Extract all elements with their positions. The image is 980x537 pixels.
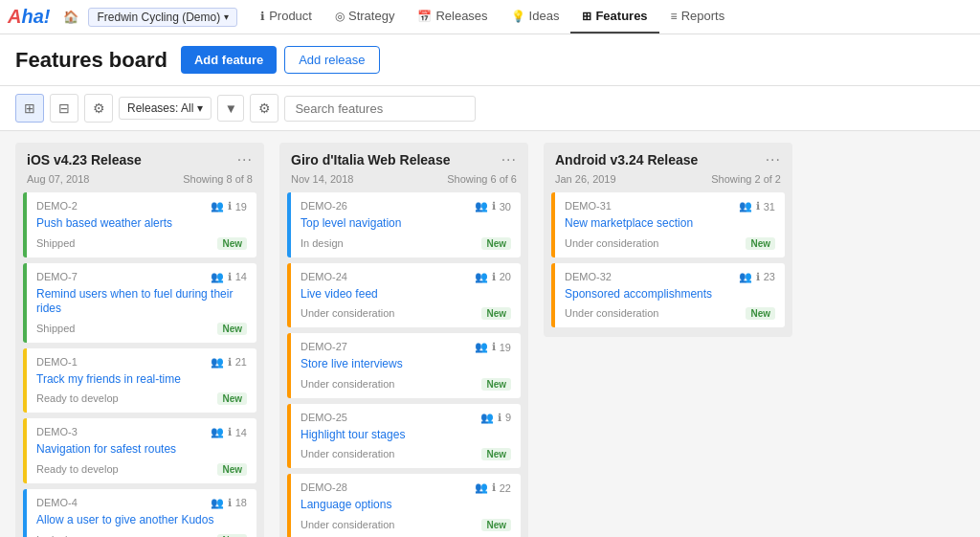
- home-button[interactable]: 🏠: [57, 4, 84, 31]
- column-header: Giro d'Italia Web Release ···: [279, 143, 528, 173]
- workspace-selector[interactable]: Fredwin Cycling (Demo) ▾: [88, 8, 237, 27]
- workspace-label: Fredwin Cycling (Demo): [97, 11, 220, 24]
- card-score: 19: [500, 342, 511, 353]
- info-icon: ℹ: [228, 356, 232, 369]
- status-badge: New: [481, 519, 511, 531]
- info-icon: ℹ: [228, 497, 232, 509]
- card-id: DEMO-27: [301, 341, 347, 352]
- card-id: DEMO-3: [36, 426, 78, 437]
- nav-item-reports[interactable]: ≡ Reports: [659, 0, 737, 34]
- card-id: DEMO-28: [301, 481, 347, 493]
- card-status: Under consideration: [301, 307, 394, 320]
- reports-icon: ≡: [671, 10, 678, 23]
- card-status: Ready to develop: [36, 463, 119, 476]
- info-icon: ℹ: [756, 200, 760, 213]
- card-title[interactable]: Allow a user to give another Kudos: [36, 513, 247, 528]
- card-score: 14: [235, 271, 247, 282]
- card-title[interactable]: Highlight tour stages: [301, 428, 511, 443]
- chevron-down-icon: ▾: [197, 101, 203, 115]
- column-header: Android v3.24 Release ···: [544, 143, 792, 173]
- toolbar: ⊞ ⊟ ⚙ Releases: All ▾ ▼ ⚙: [0, 86, 980, 131]
- card-title[interactable]: Track my friends in real-time: [36, 372, 247, 388]
- card-id: DEMO-24: [301, 271, 347, 282]
- status-badge: New: [217, 392, 247, 405]
- status-badge: New: [217, 237, 247, 250]
- card-title[interactable]: Navigation for safest routes: [36, 442, 247, 458]
- column-header: iOS v4.23 Release ···: [15, 143, 264, 173]
- people-icon: 👥: [475, 271, 488, 283]
- card-title[interactable]: Live video feed: [301, 287, 511, 302]
- nav-item-strategy[interactable]: ◎ Strategy: [323, 0, 406, 34]
- grid-view-button[interactable]: ⊟: [50, 94, 78, 123]
- add-release-button[interactable]: Add release: [284, 46, 379, 74]
- column-menu-button[interactable]: ···: [766, 152, 781, 168]
- nav-item-ideas[interactable]: 💡 Ideas: [500, 0, 571, 34]
- filter-button[interactable]: ▼: [217, 95, 244, 122]
- nav-item-releases[interactable]: 📅 Releases: [406, 0, 499, 34]
- info-icon: ℹ: [498, 412, 501, 424]
- column-col-android: Android v3.24 Release ··· Jan 26, 2019 S…: [544, 143, 792, 337]
- card-id: DEMO-1: [36, 356, 78, 368]
- column-date: Nov 14, 2018: [291, 173, 353, 185]
- product-icon: ℹ: [260, 10, 265, 23]
- card-id: DEMO-4: [36, 497, 78, 508]
- card-score: 14: [235, 427, 247, 438]
- customize-button[interactable]: ⚙: [250, 94, 278, 123]
- card-title[interactable]: Store live interviews: [301, 357, 511, 372]
- table-row: DEMO-3 👥 ℹ 14 Navigation for safest rout…: [23, 418, 256, 483]
- info-icon: ℹ: [228, 426, 232, 438]
- card-status: Under consideration: [301, 519, 394, 531]
- card-id: DEMO-7: [36, 271, 78, 282]
- card-status: Under consideration: [565, 307, 658, 320]
- info-icon: ℹ: [492, 200, 496, 213]
- info-icon: ℹ: [756, 271, 760, 283]
- people-icon: 👥: [475, 481, 488, 494]
- releases-icon: 📅: [417, 10, 432, 23]
- releases-filter-label: Releases: All: [127, 101, 193, 115]
- settings-button[interactable]: ⚙: [84, 94, 113, 123]
- people-icon: 👥: [480, 412, 494, 424]
- card-title[interactable]: Top level navigation: [301, 216, 511, 232]
- column-col-giro: Giro d'Italia Web Release ··· Nov 14, 20…: [279, 143, 528, 537]
- card-status: Under consideration: [301, 378, 394, 391]
- chevron-down-icon: ▾: [224, 11, 229, 22]
- card-status: In design: [36, 534, 79, 537]
- card-score: 19: [235, 201, 247, 213]
- column-menu-button[interactable]: ···: [237, 152, 253, 168]
- add-feature-button[interactable]: Add feature: [181, 46, 277, 74]
- column-menu-button[interactable]: ···: [501, 152, 517, 168]
- card-title[interactable]: Remind users when to fuel during their r…: [36, 287, 247, 317]
- nav-item-product[interactable]: ℹ Product: [249, 0, 323, 34]
- app-logo: Aha!: [8, 6, 50, 28]
- nav-bar: Aha! 🏠 Fredwin Cycling (Demo) ▾ ℹ Produc…: [0, 0, 980, 34]
- people-icon: 👥: [211, 426, 224, 438]
- status-badge: New: [746, 237, 775, 250]
- status-badge: New: [481, 378, 511, 391]
- people-icon: 👥: [211, 497, 224, 509]
- card-title[interactable]: Sponsored accomplishments: [565, 287, 775, 302]
- column-cards: DEMO-31 👥 ℹ 31 New marketplace section U…: [544, 192, 792, 337]
- table-row: DEMO-4 👥 ℹ 18 Allow a user to give anoth…: [23, 489, 256, 537]
- status-badge: New: [746, 307, 775, 320]
- search-input[interactable]: [284, 96, 476, 122]
- column-cards: DEMO-26 👥 ℹ 30 Top level navigation In d…: [279, 192, 528, 537]
- list-view-button[interactable]: ⊞: [15, 94, 44, 123]
- card-score: 20: [500, 271, 511, 282]
- releases-filter[interactable]: Releases: All ▾: [119, 97, 212, 120]
- info-icon: ℹ: [492, 271, 496, 283]
- table-row: DEMO-2 👥 ℹ 19 Push based weather alerts …: [23, 192, 256, 257]
- card-title[interactable]: New marketplace section: [565, 216, 775, 232]
- card-score: 22: [500, 482, 511, 494]
- nav-item-features[interactable]: ⊞ Features: [570, 0, 658, 34]
- card-status: Under consideration: [301, 448, 394, 460]
- table-row: DEMO-28 👥 ℹ 22 Language options Under co…: [287, 474, 521, 537]
- features-icon: ⊞: [582, 10, 591, 23]
- people-icon: 👥: [211, 200, 224, 213]
- table-row: DEMO-25 👥 ℹ 9 Highlight tour stages Unde…: [287, 404, 521, 469]
- status-badge: New: [481, 448, 511, 460]
- table-row: DEMO-31 👥 ℹ 31 New marketplace section U…: [551, 192, 785, 257]
- status-badge: New: [481, 307, 511, 320]
- card-title[interactable]: Push based weather alerts: [36, 216, 247, 232]
- strategy-icon: ◎: [335, 10, 345, 23]
- card-title[interactable]: Language options: [301, 498, 511, 513]
